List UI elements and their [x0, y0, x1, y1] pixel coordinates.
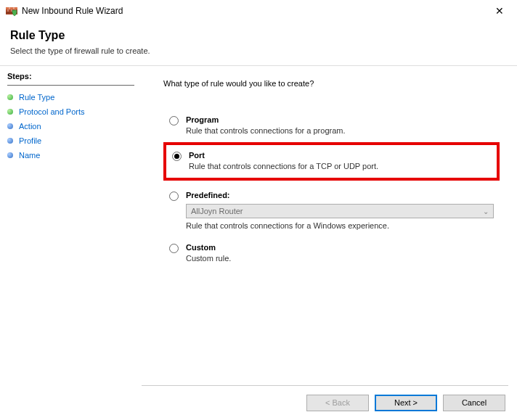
bullet-icon: [7, 123, 13, 129]
steps-sidebar: Steps: Rule Type Protocol and Ports Acti…: [0, 66, 142, 420]
page-title: Rule Type: [10, 29, 507, 42]
option-custom[interactable]: Custom Custom rule.: [163, 237, 500, 270]
option-label: Port: [189, 151, 491, 160]
step-label: Rule Type: [19, 93, 54, 102]
back-button: < Back: [306, 395, 369, 411]
footer-buttons: < Back Next > Cancel: [0, 385, 517, 420]
option-program[interactable]: Program Rule that controls connections f…: [163, 110, 500, 142]
step-label: Profile: [19, 136, 41, 145]
header: Rule Type Select the type of firewall ru…: [0, 22, 517, 66]
step-action[interactable]: Action: [7, 119, 134, 133]
prompt-text: What type of rule would you like to crea…: [163, 79, 500, 88]
step-label: Name: [19, 151, 40, 160]
divider: [142, 385, 508, 386]
divider: [7, 85, 134, 86]
next-button[interactable]: Next >: [375, 395, 437, 411]
bullet-icon: [7, 94, 13, 100]
title-bar: New Inbound Rule Wizard ✕: [0, 0, 517, 22]
step-profile[interactable]: Profile: [7, 133, 134, 148]
predefined-select: AllJoyn Router ⌄: [186, 204, 494, 218]
step-rule-type[interactable]: Rule Type: [7, 90, 134, 104]
option-desc: Rule that controls connections for a TCP…: [189, 162, 491, 170]
steps-heading: Steps:: [7, 72, 134, 81]
window-title: New Inbound Rule Wizard: [22, 6, 123, 16]
radio-program[interactable]: [169, 116, 179, 125]
radio-predefined[interactable]: [169, 192, 179, 201]
chevron-down-icon: ⌄: [483, 207, 489, 215]
radio-custom[interactable]: [169, 244, 179, 253]
bullet-icon: [7, 152, 13, 158]
option-port[interactable]: Port Rule that controls connections for …: [163, 142, 500, 181]
page-subtitle: Select the type of firewall rule to crea…: [10, 46, 507, 55]
bullet-icon: [7, 138, 13, 144]
option-desc: Custom rule.: [186, 254, 494, 263]
step-label: Protocol and Ports: [19, 107, 85, 116]
option-desc: Rule that controls connections for a Win…: [186, 221, 494, 230]
option-label: Custom: [186, 243, 494, 252]
firewall-icon: [6, 5, 17, 17]
predefined-selected-value: AllJoyn Router: [191, 207, 243, 215]
option-desc: Rule that controls connections for a pro…: [186, 126, 494, 135]
option-predefined[interactable]: Predefined: AllJoyn Router ⌄ Rule that c…: [163, 185, 500, 237]
step-protocol-ports[interactable]: Protocol and Ports: [7, 104, 134, 119]
cancel-button[interactable]: Cancel: [443, 395, 505, 411]
svg-rect-1: [6, 7, 17, 9]
step-name[interactable]: Name: [7, 148, 134, 162]
content-panel: What type of rule would you like to crea…: [142, 66, 517, 420]
step-label: Action: [19, 122, 41, 131]
option-label: Predefined:: [186, 191, 494, 199]
close-icon[interactable]: ✕: [489, 2, 510, 20]
option-label: Program: [186, 115, 494, 124]
bullet-icon: [7, 109, 13, 115]
radio-port[interactable]: [172, 152, 182, 161]
